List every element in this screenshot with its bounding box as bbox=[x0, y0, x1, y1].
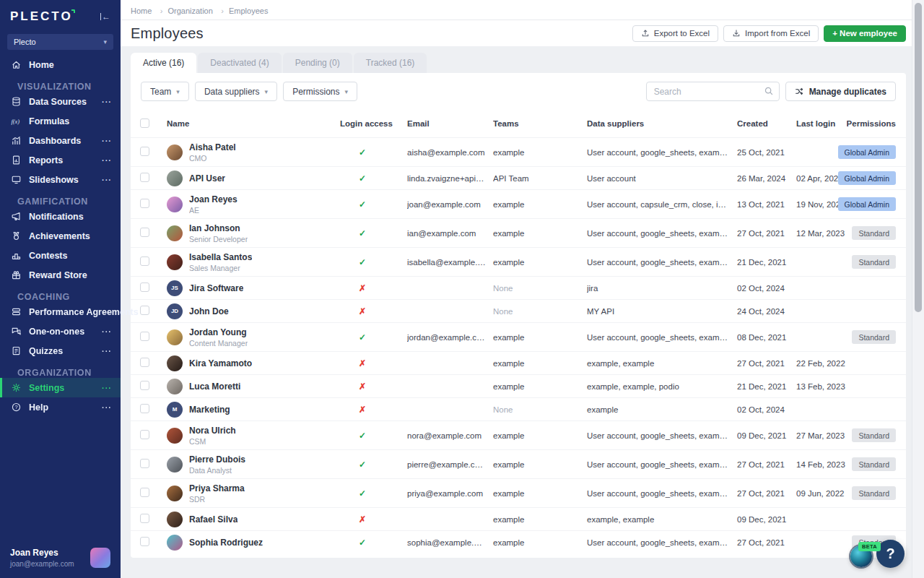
table-row[interactable]: Luca Moretti ✗ example example, example,… bbox=[131, 374, 906, 397]
sidebar-item-data-sources[interactable]: Data Sources ··· bbox=[0, 92, 121, 111]
more-options-icon[interactable]: ··· bbox=[102, 98, 112, 106]
employee-data-suppliers: example bbox=[587, 405, 737, 414]
current-user-avatar[interactable] bbox=[90, 548, 110, 568]
row-checkbox[interactable] bbox=[140, 228, 149, 237]
row-checkbox[interactable] bbox=[140, 173, 149, 182]
row-checkbox[interactable] bbox=[140, 306, 149, 315]
sidebar-item-quizzes[interactable]: Quizzes ··· bbox=[0, 341, 121, 361]
table-row[interactable]: JD John Doe ✗ None MY API 24 Oct, 2024 bbox=[131, 299, 906, 322]
more-options-icon[interactable]: ··· bbox=[102, 347, 112, 355]
row-checkbox[interactable] bbox=[140, 147, 149, 156]
permissions-filter-dropdown[interactable]: Permissions ▾ bbox=[283, 82, 357, 101]
table-row[interactable]: API User ✓ linda.zvaigzne+api@... API Te… bbox=[131, 166, 906, 189]
sidebar-item-settings[interactable]: Settings ··· bbox=[0, 378, 121, 397]
sidebar-item-achievements[interactable]: Achievements ··· bbox=[0, 226, 121, 246]
row-checkbox[interactable] bbox=[140, 459, 149, 468]
sidebar-item-dashboards[interactable]: Dashboards ··· bbox=[0, 131, 121, 150]
row-checkbox[interactable] bbox=[140, 514, 149, 523]
employee-teams: example bbox=[493, 431, 587, 440]
row-checkbox[interactable] bbox=[140, 282, 149, 292]
row-checkbox[interactable] bbox=[140, 256, 149, 266]
row-checkbox[interactable] bbox=[140, 430, 149, 439]
avatar: JD bbox=[167, 303, 183, 319]
sidebar-item-label: VISUALIZATION bbox=[17, 82, 92, 92]
table-row[interactable]: Aisha Patel CMO ✓ aisha@example.com exam… bbox=[131, 137, 906, 166]
more-options-icon[interactable]: ··· bbox=[102, 137, 112, 145]
sidebar-item-performance-agreements[interactable]: Performance Agreements ··· bbox=[0, 302, 121, 322]
permission-badge: Standard bbox=[852, 486, 896, 500]
sidebar-item-label: Help bbox=[29, 402, 48, 413]
row-checkbox[interactable] bbox=[140, 358, 149, 367]
page-header: Employees Export to Excel Import from Ex… bbox=[121, 20, 924, 46]
sidebar-user[interactable]: Joan Reyes joan@example.com bbox=[0, 539, 121, 578]
import-from-excel-button[interactable]: Import from Excel bbox=[723, 25, 819, 42]
sidebar-item-reports[interactable]: Reports ··· bbox=[0, 150, 121, 170]
sidebar-item-notifications[interactable]: Notifications ··· bbox=[0, 207, 121, 226]
avatar bbox=[167, 512, 183, 527]
table-row[interactable]: JS Jira Software ✗ None jira 02 Oct, 202… bbox=[131, 276, 906, 299]
login-granted-icon: ✓ bbox=[359, 199, 366, 210]
team-filter-dropdown[interactable]: Team ▾ bbox=[141, 82, 189, 101]
avatar bbox=[167, 535, 183, 551]
table-row[interactable]: Pierre Dubois Data Analyst ✓ pierre@exam… bbox=[131, 449, 906, 478]
tab-active[interactable]: Active (16) bbox=[131, 53, 196, 73]
more-options-icon[interactable]: ··· bbox=[102, 156, 112, 165]
breadcrumb-link[interactable]: Home bbox=[131, 7, 152, 15]
sidebar-item-slideshows[interactable]: Slideshows ··· bbox=[0, 170, 121, 189]
select-all-checkbox[interactable] bbox=[140, 118, 149, 128]
employee-teams: None bbox=[493, 284, 587, 293]
employee-role: Data Analyst bbox=[189, 466, 245, 475]
home-icon bbox=[10, 59, 22, 71]
org-selector[interactable]: Plecto ▾ bbox=[7, 34, 113, 50]
row-checkbox[interactable] bbox=[140, 199, 149, 208]
page-title: Employees bbox=[131, 25, 204, 42]
avatar bbox=[167, 254, 183, 270]
row-checkbox[interactable] bbox=[140, 381, 149, 390]
sidebar-item-one-on-ones[interactable]: One-on-ones ··· bbox=[0, 322, 121, 341]
breadcrumb-link[interactable]: Employees bbox=[229, 7, 268, 15]
sidebar-item-formulas[interactable]: f(x) Formulas ··· bbox=[0, 111, 121, 131]
tab-tracked[interactable]: Tracked (16) bbox=[354, 53, 427, 73]
table-row[interactable]: Sophia Rodriguez ✓ sophia@example.co... … bbox=[131, 530, 906, 553]
employee-data-suppliers: example, example, podio bbox=[587, 382, 737, 391]
scrollbar-thumb[interactable] bbox=[915, 3, 922, 312]
row-checkbox[interactable] bbox=[140, 332, 149, 341]
sidebar-item-reward-store[interactable]: Reward Store ··· bbox=[0, 265, 121, 285]
manage-duplicates-button[interactable]: Manage duplicates bbox=[785, 82, 896, 101]
new-employee-button[interactable]: + New employee bbox=[824, 25, 906, 42]
employee-role: CSM bbox=[189, 437, 236, 446]
tab-pending[interactable]: Pending (0) bbox=[283, 53, 352, 73]
scrollbar-track[interactable] bbox=[912, 0, 924, 578]
column-header-login-access: Login access bbox=[340, 119, 407, 128]
export-to-excel-button[interactable]: Export to Excel bbox=[632, 25, 718, 42]
row-checkbox[interactable] bbox=[140, 537, 149, 546]
data-suppliers-filter-dropdown[interactable]: Data suppliers ▾ bbox=[195, 82, 277, 101]
table-row[interactable]: Isabella Santos Sales Manager ✓ isabella… bbox=[131, 247, 906, 276]
more-options-icon[interactable]: ··· bbox=[102, 176, 112, 184]
avatar bbox=[167, 486, 183, 501]
table-row[interactable]: Priya Sharma SDR ✓ priya@example.com exa… bbox=[131, 478, 906, 507]
more-options-icon[interactable]: ··· bbox=[102, 384, 112, 392]
table-row[interactable]: Joan Reyes AE ✓ joan@example.com example… bbox=[131, 189, 906, 218]
row-checkbox[interactable] bbox=[140, 404, 149, 413]
more-options-icon[interactable]: ··· bbox=[102, 403, 112, 412]
table-row[interactable]: Jordan Young Content Manager ✓ jordan@ex… bbox=[131, 322, 906, 351]
search-input[interactable] bbox=[646, 82, 780, 101]
sidebar-item-home[interactable]: Home ··· bbox=[0, 55, 121, 74]
more-options-icon[interactable]: ··· bbox=[102, 327, 112, 336]
employee-name: Marketing bbox=[189, 405, 230, 415]
employee-role: SDR bbox=[189, 495, 245, 504]
table-row[interactable]: Ian Johnson Senior Developer ✓ ian@examp… bbox=[131, 218, 906, 247]
sidebar-item-contests[interactable]: Contests ··· bbox=[0, 246, 121, 265]
breadcrumb-link[interactable]: Organization bbox=[167, 7, 212, 15]
table-row[interactable]: Rafael Silva ✗ example example, example … bbox=[131, 507, 906, 530]
row-checkbox[interactable] bbox=[140, 488, 149, 497]
login-granted-icon: ✓ bbox=[359, 332, 366, 342]
tab-deactivated[interactable]: Deactivated (4) bbox=[198, 53, 281, 73]
table-row[interactable]: Kira Yamamoto ✗ example example, example… bbox=[131, 351, 906, 374]
collapse-sidebar-icon[interactable]: ← bbox=[100, 13, 110, 20]
sidebar-item-help[interactable]: ? Help ··· bbox=[0, 397, 121, 417]
main-area: Home › Organization › Employees Employee… bbox=[121, 0, 924, 578]
table-row[interactable]: Nora Ulrich CSM ✓ nora@example.com examp… bbox=[131, 420, 906, 449]
table-row[interactable]: M Marketing ✗ None example 02 Oct, 2024 bbox=[131, 397, 906, 420]
